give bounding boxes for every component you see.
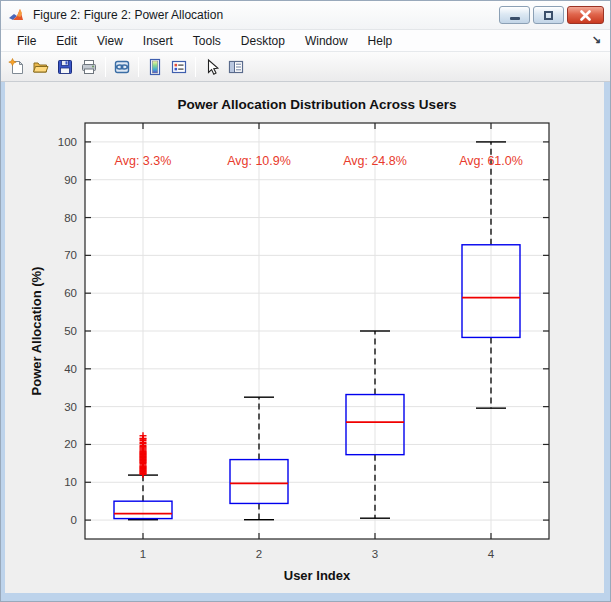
menu-window[interactable]: Window bbox=[295, 32, 358, 50]
y-tick-label: 0 bbox=[71, 514, 77, 526]
show-plot-tools-button[interactable] bbox=[224, 55, 248, 79]
y-tick-label: 50 bbox=[64, 325, 77, 337]
minimize-icon bbox=[510, 17, 520, 20]
link-plot-button[interactable] bbox=[110, 55, 134, 79]
y-tick-label: 10 bbox=[64, 476, 77, 488]
menu-edit[interactable]: Edit bbox=[46, 32, 87, 50]
minimize-button[interactable] bbox=[499, 6, 530, 24]
avg-annotation: Avg: 10.9% bbox=[227, 154, 291, 168]
x-axis-label: User Index bbox=[284, 568, 351, 583]
toolbar-separator bbox=[105, 57, 106, 77]
x-tick-label: 1 bbox=[140, 548, 146, 560]
y-tick-label: 70 bbox=[64, 249, 77, 261]
y-tick-label: 40 bbox=[64, 363, 77, 375]
menu-bar: File Edit View Insert Tools Desktop Wind… bbox=[1, 30, 610, 52]
save-figure-button[interactable] bbox=[53, 55, 77, 79]
window-title: Figure 2: Figure 2: Power Allocation bbox=[33, 8, 499, 22]
x-tick-label: 4 bbox=[488, 548, 495, 560]
toolbar-separator bbox=[195, 57, 196, 77]
menu-desktop[interactable]: Desktop bbox=[231, 32, 295, 50]
y-tick-label: 90 bbox=[64, 174, 77, 186]
avg-annotation: Avg: 3.3% bbox=[115, 154, 172, 168]
insert-colorbar-button[interactable] bbox=[143, 55, 167, 79]
insert-colorbar-icon bbox=[146, 58, 164, 76]
x-tick-label: 3 bbox=[372, 548, 378, 560]
menu-insert[interactable]: Insert bbox=[133, 32, 183, 50]
show-plot-tools-icon bbox=[227, 58, 245, 76]
link-plot-icon bbox=[113, 58, 131, 76]
title-bar: Figure 2: Figure 2: Power Allocation bbox=[1, 1, 610, 30]
figure-canvas: 01020304050607080901001234Power Allocati… bbox=[5, 82, 604, 593]
toolbar-separator bbox=[138, 57, 139, 77]
print-figure-button[interactable] bbox=[77, 55, 101, 79]
avg-annotation: Avg: 61.0% bbox=[459, 154, 523, 168]
restore-button[interactable] bbox=[533, 6, 564, 24]
figure-toolbar bbox=[1, 52, 610, 82]
close-button[interactable] bbox=[567, 6, 604, 24]
open-file-button[interactable] bbox=[29, 55, 53, 79]
x-tick-label: 2 bbox=[256, 548, 262, 560]
figure-window: Figure 2: Figure 2: Power Allocation Fil… bbox=[0, 0, 611, 602]
boxplot-chart: 01020304050607080901001234Power Allocati… bbox=[5, 82, 604, 593]
y-tick-label: 30 bbox=[64, 401, 77, 413]
open-file-icon bbox=[32, 58, 50, 76]
save-figure-icon bbox=[56, 58, 74, 76]
y-tick-label: 20 bbox=[64, 438, 77, 450]
menu-view[interactable]: View bbox=[87, 32, 133, 50]
matlab-logo-icon bbox=[9, 8, 26, 23]
insert-legend-icon bbox=[170, 58, 188, 76]
edit-plot-icon bbox=[203, 58, 221, 76]
new-figure-icon bbox=[8, 58, 26, 76]
menu-tools[interactable]: Tools bbox=[183, 32, 231, 50]
menu-file[interactable]: File bbox=[7, 32, 46, 50]
menu-help[interactable]: Help bbox=[358, 32, 403, 50]
y-axis-label: Power Allocation (%) bbox=[29, 267, 44, 396]
print-figure-icon bbox=[80, 58, 98, 76]
y-tick-label: 60 bbox=[64, 287, 77, 299]
y-tick-label: 100 bbox=[58, 136, 77, 148]
edit-plot-button[interactable] bbox=[200, 55, 224, 79]
avg-annotation: Avg: 24.8% bbox=[343, 154, 407, 168]
restore-icon bbox=[544, 11, 553, 20]
menubar-overflow-icon[interactable]: ↘ bbox=[592, 33, 601, 46]
insert-legend-button[interactable] bbox=[167, 55, 191, 79]
y-tick-label: 80 bbox=[64, 212, 77, 224]
close-icon bbox=[580, 10, 591, 21]
new-figure-button[interactable] bbox=[5, 55, 29, 79]
chart-title: Power Allocation Distribution Across Use… bbox=[178, 97, 457, 112]
